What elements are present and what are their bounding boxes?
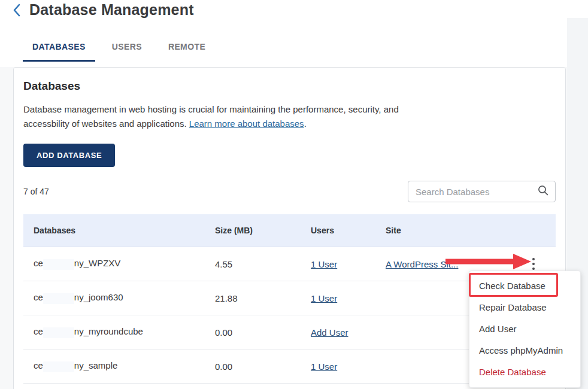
db-name-suffix: ny_myroundcube — [74, 326, 143, 336]
db-name-prefix: ce — [34, 326, 43, 336]
list-controls: 7 of 47 — [23, 181, 556, 202]
col-header-size: Size (MB) — [204, 226, 300, 235]
site-cell: A WordPress Sit... — [375, 259, 466, 269]
database-size: 0.00 — [204, 361, 300, 372]
db-name-prefix: ce — [34, 292, 43, 302]
tab-bar: DATABASES USERS REMOTE — [23, 41, 215, 62]
table-header-row: Databases Size (MB) Users Site — [23, 214, 556, 247]
tab-remote[interactable]: REMOTE — [159, 41, 215, 62]
tab-databases[interactable]: DATABASES — [23, 41, 95, 62]
db-name-prefix: ce — [34, 258, 43, 268]
search-input[interactable] — [416, 187, 537, 197]
panel-description: Database management in web hosting is cr… — [23, 102, 556, 131]
result-count: 7 of 47 — [23, 187, 49, 196]
users-cell: 1 User — [300, 293, 375, 303]
panel-heading: Databases — [23, 80, 556, 93]
search-box — [408, 181, 556, 202]
db-name-suffix: ny_WPZXV — [74, 258, 121, 268]
redaction-box — [43, 259, 74, 270]
learn-more-link[interactable]: Learn more about databases — [189, 118, 304, 129]
database-management-page: Database Management DATABASES USERS REMO… — [0, 0, 588, 389]
database-size: 0.00 — [204, 327, 300, 338]
users-cell: Add User — [300, 327, 375, 338]
menu-item-check-database[interactable]: Check Database — [469, 275, 580, 297]
database-name: ceny_joom630 — [23, 292, 204, 303]
description-line1: Database management in web hosting is cr… — [23, 104, 399, 114]
redaction-box — [43, 293, 74, 304]
database-name: ceny_WPZXV — [23, 258, 204, 269]
row-context-menu: Check Database Repair Database Add User … — [469, 271, 581, 388]
users-link[interactable]: 1 User — [311, 361, 337, 372]
users-link[interactable]: 1 User — [311, 293, 337, 303]
redaction-box — [43, 327, 74, 338]
description-suffix: . — [304, 118, 307, 129]
database-name: ceny_myroundcube — [23, 326, 204, 338]
site-link[interactable]: A WordPress Sit... — [386, 259, 458, 269]
add-user-link[interactable]: Add User — [311, 327, 348, 338]
col-header-users: Users — [300, 226, 375, 235]
database-name: ceny_sample — [23, 360, 204, 372]
page-header: Database Management — [12, 1, 194, 19]
description-line2: accessbility of websites and application… — [23, 118, 189, 129]
page-title: Database Management — [29, 1, 194, 19]
back-chevron-icon[interactable] — [12, 3, 22, 17]
menu-item-add-user[interactable]: Add User — [469, 318, 580, 340]
redaction-box — [43, 361, 74, 372]
actions-cell — [466, 256, 556, 272]
menu-item-access-phpmyadmin[interactable]: Access phpMyAdmin — [469, 340, 580, 361]
users-cell: 1 User — [300, 259, 375, 269]
database-size: 21.88 — [204, 293, 300, 303]
kebab-menu-icon[interactable] — [529, 256, 538, 272]
db-name-suffix: ny_joom630 — [74, 292, 123, 302]
col-header-databases: Databases — [23, 226, 204, 235]
db-name-prefix: ce — [34, 360, 43, 370]
add-database-button[interactable]: ADD DATABASE — [23, 144, 115, 167]
col-header-site: Site — [375, 226, 466, 235]
menu-item-repair-database[interactable]: Repair Database — [469, 297, 580, 318]
tab-users[interactable]: USERS — [102, 41, 151, 62]
database-size: 4.55 — [204, 259, 300, 269]
menu-item-delete-database[interactable]: Delete Database — [469, 361, 580, 383]
users-cell: 1 User — [300, 361, 375, 372]
users-link[interactable]: 1 User — [311, 259, 337, 269]
search-icon — [537, 184, 549, 199]
db-name-suffix: ny_sample — [74, 360, 118, 370]
